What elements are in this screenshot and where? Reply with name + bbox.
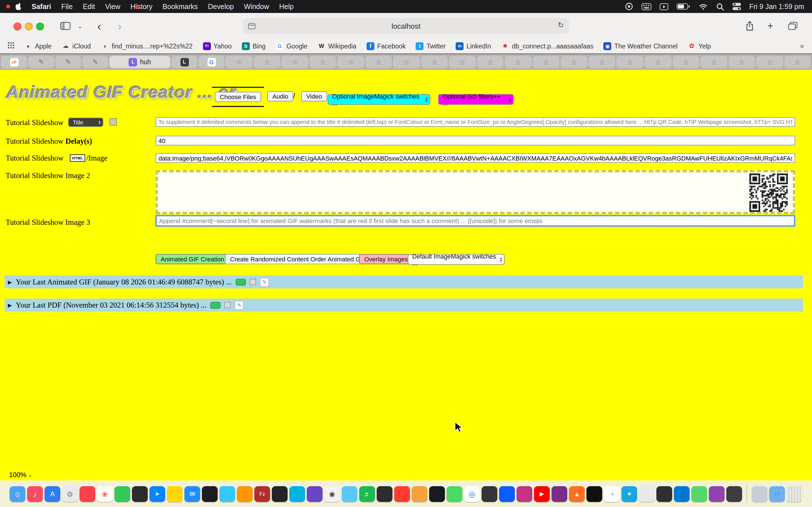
browser-tab[interactable]: ☆ [728,56,755,68]
close-window-button[interactable] [13,22,21,31]
last-gif-disclosure[interactable]: ▶ Your Last Animated GIF (January 08 202… [4,276,803,288]
bookmark-item[interactable]: ● Apple [24,42,52,50]
dock-icon[interactable] [114,486,130,502]
dock-icon[interactable]: ✦ [621,486,637,502]
title-config-input[interactable] [156,117,795,127]
dock-icon[interactable] [587,486,602,502]
gif-badge-icon[interactable] [236,279,246,285]
menu-item[interactable]: Develop [203,3,239,10]
image2-drop-zone[interactable] [156,170,795,214]
dock-icon[interactable] [429,486,445,502]
browser-tab[interactable]: ☆ [784,56,811,68]
menu-item[interactable]: Window [239,3,274,10]
share-icon[interactable] [743,13,756,39]
dock-icon[interactable] [726,486,742,502]
bookmark-item[interactable]: ▣ The Weather Channel [604,42,678,50]
browser-tab[interactable]: cP [1,56,27,68]
browser-tab[interactable]: ☆ [561,56,588,68]
bookmark-item[interactable]: in LinkedIn [456,42,491,50]
dock-icon[interactable] [752,486,767,502]
html-chip[interactable]: HTML [70,154,86,162]
video-button[interactable]: Video [301,91,327,101]
menu-extra-icon[interactable] [624,2,633,11]
dock-icon[interactable]: ♪ [27,486,43,502]
more-bookmarks-chevron[interactable]: » [800,42,804,50]
bookmark-item[interactable]: ✿ Yelp [688,42,711,50]
dock-icon[interactable]: ◉ [324,486,340,502]
edit-icon[interactable]: ✎ [260,277,269,286]
animated-gif-creation-button[interactable]: Animated GIF Creation [156,254,229,264]
dock-icon[interactable]: ⚙ [62,486,78,502]
dock-icon[interactable] [167,486,183,502]
browser-tab[interactable]: ☆ [505,56,532,68]
dock-icon[interactable] [412,486,427,502]
menu-item[interactable]: Bookmarks [157,3,203,10]
bookmark-item[interactable]: ☁ iCloud [62,42,91,50]
disclosure-triangle-icon[interactable]: ▶ [8,279,12,285]
dock-icon[interactable] [481,486,497,502]
overlay-images-button[interactable]: Overlay Images [359,254,413,264]
dock-icon[interactable] [132,486,148,502]
dock-icon[interactable] [516,486,532,502]
bookmark-item[interactable]: G Google [276,42,307,50]
browser-tab[interactable]: ☆ [449,56,476,68]
keyboard-icon[interactable] [642,3,651,10]
edit-icon[interactable]: ✎ [235,300,244,309]
pdf-badge-icon[interactable] [211,302,221,308]
dock-icon[interactable] [342,486,357,502]
audio-button[interactable]: Audio [267,91,293,101]
browser-tab[interactable]: ☆ [337,56,364,68]
dock-icon[interactable]: ◔ [604,486,620,502]
default-imagemagick-select[interactable]: Default ImageMagick switches ... ▴▾ [408,254,505,265]
dock-icon[interactable] [499,486,515,502]
browser-tab[interactable]: ☆ [282,56,308,68]
last-pdf-disclosure[interactable]: ▶ Your Last PDF (November 03 2021 06:14:… [4,298,803,312]
dock-icon[interactable] [377,486,393,502]
browser-tab[interactable]: ☆ [253,56,280,68]
dock-icon[interactable]: Fz [254,486,270,502]
favorites-grid-icon[interactable] [8,42,14,50]
bookmark-item[interactable]: b Bing [242,42,266,50]
dock-icon[interactable]: ▭ [769,486,785,502]
dock-icon[interactable] [786,486,802,502]
dock-icon[interactable] [709,486,725,502]
browser-tab[interactable]: ✎ [55,56,81,68]
menu-bar-clock[interactable]: Fri 9 Jan 1:59 pm [749,3,804,10]
new-tab-button[interactable]: + [765,13,776,39]
dock-icon[interactable] [307,486,322,502]
page-zoom-control[interactable]: 100% ⌄ [9,471,33,479]
forward-button[interactable]: › [114,13,125,39]
title-select[interactable]: Title ▴▾ [68,118,103,127]
reload-icon[interactable]: ↻ [558,21,564,29]
browser-tab[interactable]: ✎ [82,56,108,68]
small-badge-icon[interactable] [250,279,256,285]
gd-filters-select[interactable]: Optional GD filters++ ... ▴▾ [438,94,514,105]
dock-icon[interactable]: ◎ [464,486,480,502]
browser-tab[interactable]: ☆ [393,56,420,68]
sidebar-chevron-icon[interactable]: ⌄ [75,13,85,39]
dock-icon[interactable] [691,486,707,502]
browser-tab[interactable]: L huh [109,56,170,68]
address-bar[interactable]: localhost ↻ [243,18,569,34]
dock-icon[interactable] [656,486,672,502]
browser-tab[interactable]: ☆ [421,56,448,68]
bookmark-item[interactable]: W Wikipedia [317,42,356,50]
browser-tab[interactable]: ☆ [589,56,615,68]
dock-icon[interactable] [394,486,410,502]
menu-item[interactable]: Help [274,3,299,10]
menu-item[interactable]: File [56,3,78,10]
browser-tab[interactable]: ☆ [617,56,644,68]
watermark-comment-input[interactable] [156,215,795,226]
bookmark-item[interactable]: f Facebook [366,42,406,50]
dock-icon[interactable] [237,486,253,502]
browser-tab[interactable]: ☆ [672,56,699,68]
dock-icon[interactable] [202,486,218,502]
dock-icon[interactable]: ☺ [10,486,26,502]
menu-item[interactable]: View [100,3,125,10]
dock-icon[interactable] [552,486,567,502]
menu-item[interactable]: Edit [78,3,100,10]
bookmark-item[interactable]: ● find_minus....rep+%22s%22 [101,42,193,50]
control-center-icon[interactable] [732,2,741,11]
dock-icon[interactable] [80,486,95,502]
browser-tab[interactable]: G [199,56,224,68]
